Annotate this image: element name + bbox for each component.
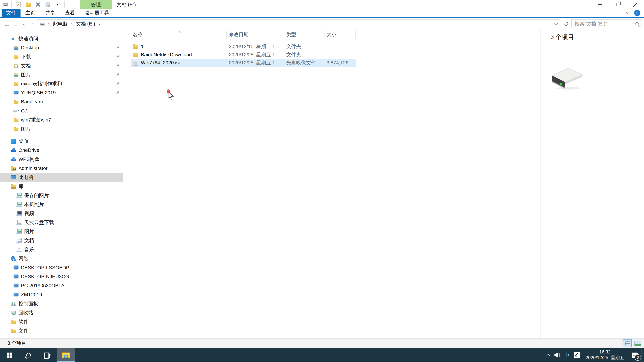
sidebar-item-bandicam[interactable]: Bandicam xyxy=(0,97,123,106)
sidebar-item-files[interactable]: 文件 xyxy=(0,326,123,335)
sidebar-item-desktop[interactable]: 桌面 xyxy=(0,137,123,146)
computer-icon xyxy=(11,174,16,180)
pin-icon[interactable] xyxy=(116,54,120,59)
task-view-button[interactable] xyxy=(38,348,57,362)
ribbon-tab-2[interactable]: 查看 xyxy=(60,9,80,17)
ime-indicator[interactable]: 中 xyxy=(562,348,572,362)
sidebar-item-pictures[interactable]: 图片 xyxy=(0,70,123,79)
qat-recycle-button[interactable] xyxy=(44,1,51,8)
breadcrumb-drive-e[interactable]: 文档 (E:) xyxy=(75,20,96,27)
forward-button[interactable]: → xyxy=(11,17,20,30)
sidebar-item-this-pc[interactable]: 此电脑 xyxy=(0,173,123,182)
column-header-0[interactable]: 名称 xyxy=(131,31,227,39)
sidebar-item-quick-access[interactable]: 快速访问 xyxy=(0,34,123,43)
desktop-folder-icon xyxy=(13,45,19,50)
thumbnails-view-button[interactable] xyxy=(633,339,642,347)
show-desktop-button[interactable] xyxy=(642,348,644,362)
address-dropdown-icon[interactable] xyxy=(554,22,558,25)
contextual-tab-manage[interactable]: 管理 xyxy=(80,0,112,9)
column-header-3[interactable]: 大小 xyxy=(324,31,356,39)
sidebar-item-label: 视频 xyxy=(24,210,34,217)
file-row-0[interactable]: 12020/12/15, 星期二 1...文件夹 xyxy=(131,42,356,50)
qat-new-folder-button[interactable] xyxy=(25,1,32,8)
sidebar-item-recycle-bin[interactable]: 回收站 xyxy=(0,308,123,317)
pin-icon[interactable] xyxy=(116,81,120,86)
qat-customize-button[interactable]: ▾ xyxy=(54,1,61,8)
tab-file[interactable]: 文件 xyxy=(2,9,21,17)
sidebar-item-network[interactable]: 网络 xyxy=(0,254,123,263)
sidebar-item-saved-pictures[interactable]: 保存的图片 xyxy=(0,191,123,200)
breadcrumb-this-pc[interactable]: 此电脑 xyxy=(52,20,68,27)
documents-library-icon xyxy=(16,238,22,243)
file-row-1[interactable]: BaiduNetdiskDownload2020/12/25, 星期五 1...… xyxy=(131,50,356,59)
sidebar-item-excel-folder[interactable]: excel表格制作求和 xyxy=(0,79,123,88)
help-button[interactable]: ? xyxy=(634,10,640,16)
sidebar-item-documents[interactable]: 文档 xyxy=(0,61,123,70)
sidebar-item-win7-reinstall[interactable]: win7重装win7 xyxy=(0,115,123,124)
sidebar-item-label: DESKTOP-LSSOEDP xyxy=(21,265,70,271)
system-menu-drive-icon[interactable] xyxy=(2,1,9,8)
sidebar-item-pc-20190530obla[interactable]: PC-20190530OBLA xyxy=(0,281,123,290)
sidebar-item-local-photos[interactable]: 本机照片 xyxy=(0,200,123,209)
cloud2-icon xyxy=(11,156,16,162)
sidebar-item-zmt2019[interactable]: ZMT2019 xyxy=(0,290,123,299)
pin-icon[interactable] xyxy=(116,63,120,68)
qat-delete-button[interactable] xyxy=(34,1,42,8)
clock[interactable]: 16:32 2020/12/25, 星期五 xyxy=(582,348,628,362)
qat-properties-button[interactable]: ✓ xyxy=(15,1,22,8)
sidebar-item-pictures-2[interactable]: 图片 xyxy=(0,124,123,133)
column-header-1[interactable]: 修改日期 xyxy=(227,31,284,39)
collapse-ribbon-icon[interactable] xyxy=(626,10,630,14)
ribbon-tab-0[interactable]: 主页 xyxy=(20,9,40,17)
sidebar-item-administrator[interactable]: Administrator xyxy=(0,164,123,173)
start-button[interactable] xyxy=(0,348,19,362)
taskbar-search-button[interactable] xyxy=(19,348,38,362)
tray-app-button[interactable] xyxy=(572,348,582,362)
ribbon-tab-1[interactable]: 共享 xyxy=(40,9,60,17)
close-button[interactable] xyxy=(626,0,644,9)
sidebar-item-yunqishi2019[interactable]: YUNQISHI2019 xyxy=(0,88,123,97)
file-row-2[interactable]: Win7x64_2020.iso2020/12/25, 星期五 1...光盘映像… xyxy=(131,59,356,67)
minimize-button[interactable] xyxy=(591,0,608,9)
pictures-library-icon xyxy=(16,229,22,234)
usb-drive-icon xyxy=(13,108,19,114)
volume-button[interactable] xyxy=(553,348,562,362)
sidebar-item-libraries[interactable]: 库 xyxy=(0,182,123,191)
sidebar-item-label: 天翼云盘下载 xyxy=(24,219,54,226)
back-button[interactable]: ← xyxy=(2,17,12,30)
ribbon-tab-3[interactable]: 驱动器工具 xyxy=(80,9,114,17)
taskbar-file-explorer-button[interactable] xyxy=(57,348,75,362)
sidebar-item-g-drive[interactable]: G:\ xyxy=(0,106,123,115)
sidebar-item-wps-cloud[interactable]: WPS网盘 xyxy=(0,155,123,164)
download-folder-icon xyxy=(13,54,19,59)
navigation-bar: ← → ↑ › 此电脑 › 文档 (E:) › 搜索"文档 (E:)" xyxy=(0,17,644,30)
pin-icon[interactable] xyxy=(116,90,120,95)
sidebar-item-desktop-lssoedp[interactable]: DESKTOP-LSSOEDP xyxy=(0,263,123,272)
hidden-icons-button[interactable] xyxy=(543,348,553,362)
sidebar-item-tianyi-cloud-download[interactable]: 天翼云盘下载 xyxy=(0,218,123,227)
restore-button[interactable] xyxy=(608,0,626,9)
sidebar-item-videos[interactable]: 视频 xyxy=(0,209,123,218)
sidebar-item-control-panel[interactable]: 控制面板 xyxy=(0,299,123,308)
pin-icon[interactable] xyxy=(116,45,120,50)
details-view-button[interactable] xyxy=(623,339,632,347)
sidebar-item-desktop-quick[interactable]: Desktop xyxy=(0,43,123,52)
status-bar: 3 个项目 xyxy=(0,338,644,348)
sidebar-item-software[interactable]: 软件 xyxy=(0,317,123,326)
refresh-button[interactable] xyxy=(562,19,570,28)
sidebar-item-desktop-njeu3cg[interactable]: DESKTOP-NJEU3CG xyxy=(0,272,123,281)
pin-icon[interactable] xyxy=(116,72,120,77)
sidebar-item-music[interactable]: 音乐 xyxy=(0,245,123,254)
sidebar-item-downloads[interactable]: 下载 xyxy=(0,52,123,61)
network-computer-icon xyxy=(13,265,19,271)
breadcrumb-separator: › xyxy=(48,21,50,27)
action-center-button[interactable]: 3 xyxy=(628,348,642,362)
search-box[interactable]: 搜索"文档 (E:)" xyxy=(572,19,642,28)
sidebar-item-pictures-library[interactable]: 图片 xyxy=(0,227,123,236)
sidebar-item-documents-library[interactable]: 文档 xyxy=(0,236,123,245)
up-button[interactable]: ↑ xyxy=(28,17,36,30)
window-title: 文档 (E:) xyxy=(117,0,136,9)
address-bar[interactable]: › 此电脑 › 文档 (E:) › xyxy=(37,19,560,28)
sidebar-item-onedrive[interactable]: OneDrive xyxy=(0,146,123,155)
column-header-2[interactable]: 类型 xyxy=(284,31,324,39)
